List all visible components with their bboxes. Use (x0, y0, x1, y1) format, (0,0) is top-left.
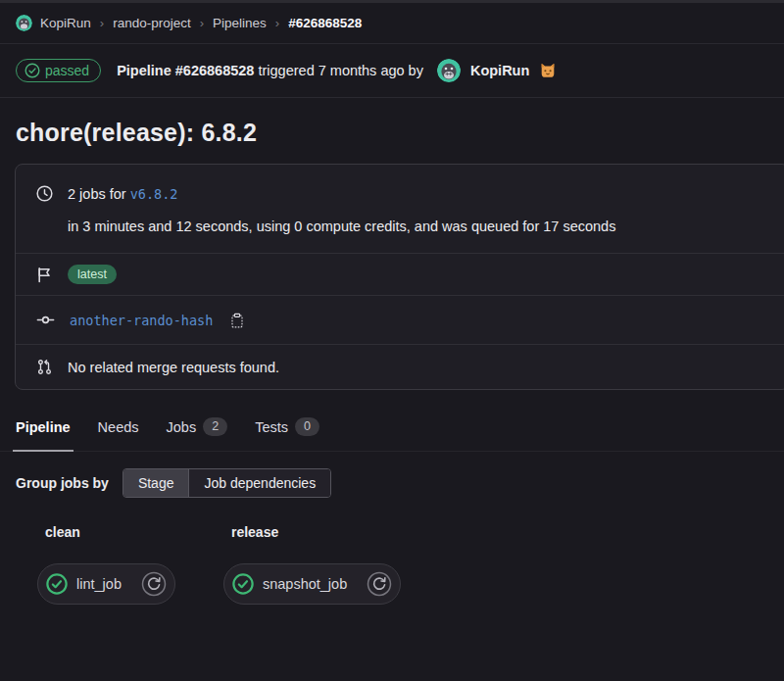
chevron-right-icon: › (274, 16, 280, 30)
pipeline-tabs: Pipeline Needs Jobs 2 Tests 0 (0, 399, 784, 452)
latest-badge: latest (68, 265, 117, 284)
group-by-stage-button[interactable]: Stage (123, 469, 190, 497)
check-circle-icon (24, 63, 40, 78)
commit-hash-link[interactable]: another-rando-hash (70, 313, 213, 328)
tab-label: Needs (98, 419, 139, 435)
user-link[interactable]: KopiRun (470, 63, 529, 78)
chevron-right-icon: › (99, 16, 105, 30)
job-success-icon (46, 573, 68, 595)
pipeline-id-label: Pipeline #626868528 (117, 63, 254, 78)
job-pill-lint-job[interactable]: lint_job (37, 563, 175, 605)
tab-tests[interactable]: Tests 0 (255, 399, 319, 451)
job-success-icon (232, 573, 254, 595)
breadcrumb-group[interactable]: KopiRun (40, 16, 91, 30)
tab-label: Pipeline (16, 419, 71, 435)
page-title: chore(release): 6.8.2 (0, 98, 784, 164)
clock-icon (36, 185, 53, 202)
clipboard-icon (229, 313, 245, 328)
merge-request-row: No related merge requests found. (16, 344, 784, 389)
pipeline-summary-card: 2 jobs for v6.8.2 in 3 minutes and 12 se… (15, 164, 784, 390)
pipeline-status-bar: passed Pipeline #626868528 triggered 7 m… (0, 44, 784, 98)
tab-needs[interactable]: Needs (98, 399, 139, 451)
triggered-text: triggered 7 months ago by (258, 63, 422, 78)
status-badge[interactable]: passed (16, 59, 101, 82)
stage-title: clean (45, 524, 175, 540)
breadcrumb-pipeline-id[interactable]: #626868528 (288, 16, 362, 30)
job-name: snapshot_job (263, 576, 358, 592)
copy-commit-button[interactable] (229, 313, 245, 328)
commit-row: another-rando-hash (16, 295, 784, 344)
stage-title: release (231, 524, 401, 540)
tab-pipeline[interactable]: Pipeline (16, 399, 71, 451)
project-avatar (16, 15, 32, 31)
group-by-dependencies-button[interactable]: Job dependencies (189, 469, 330, 497)
group-jobs-row: Group jobs by Stage Job dependencies (0, 452, 784, 498)
mr-empty-text: No related merge requests found. (68, 360, 279, 375)
breadcrumb: KopiRun › rando-project › Pipelines › #6… (0, 3, 784, 44)
avatar-face-icon (437, 59, 461, 82)
cat-emoji-icon (539, 62, 557, 79)
job-pill-snapshot-job[interactable]: snapshot_job (223, 563, 401, 605)
chevron-right-icon: › (199, 16, 205, 30)
tests-count-badge: 0 (295, 417, 319, 436)
status-text: Pipeline #626868528 triggered 7 months a… (117, 63, 423, 78)
status-badge-label: passed (45, 63, 89, 78)
duration-text: in 3 minutes and 12 seconds, using 0 com… (68, 214, 615, 239)
tab-jobs[interactable]: Jobs 2 (167, 399, 228, 451)
user-avatar[interactable] (437, 59, 461, 82)
group-jobs-label: Group jobs by (16, 475, 109, 491)
pipeline-graph: clean lint_job release snapshot_j (0, 524, 784, 605)
jobs-count-text: 2 jobs for (68, 186, 126, 202)
breadcrumb-project[interactable]: rando-project (113, 16, 191, 30)
tab-label: Jobs (167, 419, 197, 435)
retry-icon (141, 571, 167, 597)
retry-job-button[interactable] (367, 571, 392, 597)
jobs-summary-row: 2 jobs for v6.8.2 in 3 minutes and 12 se… (16, 165, 784, 253)
stage-column-clean: clean lint_job (37, 524, 175, 605)
tab-label: Tests (255, 419, 288, 435)
stage-column-release: release snapshot_job (223, 524, 401, 605)
latest-row: latest (16, 253, 784, 295)
commit-icon (36, 311, 55, 329)
retry-job-button[interactable] (141, 571, 167, 597)
avatar-face-icon (16, 15, 32, 31)
flag-icon (36, 267, 53, 283)
ref-link[interactable]: v6.8.2 (130, 186, 178, 202)
breadcrumb-pipelines[interactable]: Pipelines (213, 16, 267, 30)
merge-request-icon (36, 359, 53, 375)
group-by-toggle: Stage Job dependencies (122, 468, 331, 498)
job-name: lint_job (76, 576, 132, 592)
jobs-count-badge: 2 (203, 417, 227, 436)
retry-icon (367, 571, 392, 597)
jobs-summary-text: 2 jobs for v6.8.2 in 3 minutes and 12 se… (68, 181, 615, 239)
